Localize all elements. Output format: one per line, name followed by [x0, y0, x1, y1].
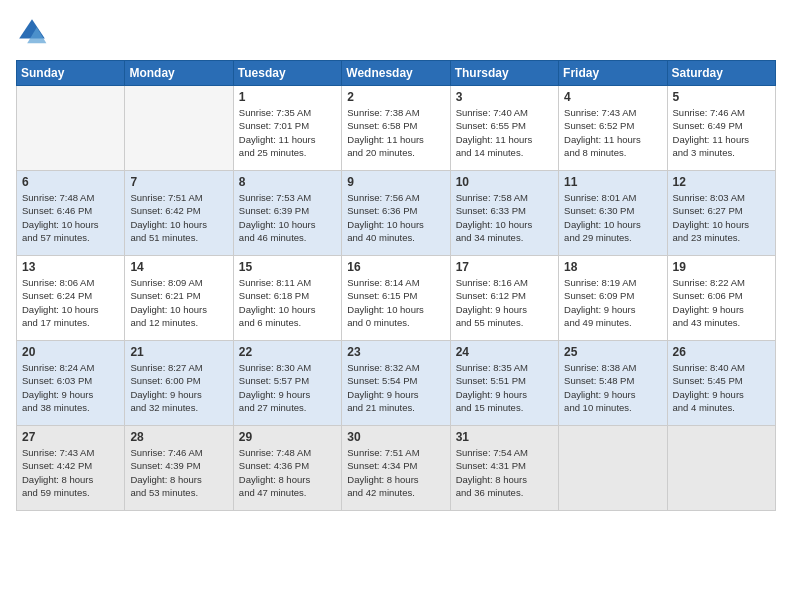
day-info: Sunrise: 7:40 AMSunset: 6:55 PMDaylight:… [456, 106, 553, 159]
day-info: Sunrise: 7:46 AMSunset: 6:49 PMDaylight:… [673, 106, 770, 159]
day-info: Sunrise: 7:58 AMSunset: 6:33 PMDaylight:… [456, 191, 553, 244]
calendar-cell: 4Sunrise: 7:43 AMSunset: 6:52 PMDaylight… [559, 86, 667, 171]
day-number: 29 [239, 430, 336, 444]
day-number: 2 [347, 90, 444, 104]
day-number: 31 [456, 430, 553, 444]
calendar-week-4: 20Sunrise: 8:24 AMSunset: 6:03 PMDayligh… [17, 341, 776, 426]
calendar-cell: 2Sunrise: 7:38 AMSunset: 6:58 PMDaylight… [342, 86, 450, 171]
day-header-tuesday: Tuesday [233, 61, 341, 86]
calendar-cell: 11Sunrise: 8:01 AMSunset: 6:30 PMDayligh… [559, 171, 667, 256]
day-info: Sunrise: 7:51 AMSunset: 6:42 PMDaylight:… [130, 191, 227, 244]
day-info: Sunrise: 7:35 AMSunset: 7:01 PMDaylight:… [239, 106, 336, 159]
day-number: 23 [347, 345, 444, 359]
day-info: Sunrise: 8:32 AMSunset: 5:54 PMDaylight:… [347, 361, 444, 414]
calendar-cell: 18Sunrise: 8:19 AMSunset: 6:09 PMDayligh… [559, 256, 667, 341]
day-number: 11 [564, 175, 661, 189]
day-header-thursday: Thursday [450, 61, 558, 86]
day-header-saturday: Saturday [667, 61, 775, 86]
day-number: 5 [673, 90, 770, 104]
calendar-cell [667, 426, 775, 511]
day-number: 4 [564, 90, 661, 104]
day-info: Sunrise: 7:43 AMSunset: 4:42 PMDaylight:… [22, 446, 119, 499]
calendar-week-2: 6Sunrise: 7:48 AMSunset: 6:46 PMDaylight… [17, 171, 776, 256]
day-number: 16 [347, 260, 444, 274]
calendar-cell: 24Sunrise: 8:35 AMSunset: 5:51 PMDayligh… [450, 341, 558, 426]
day-info: Sunrise: 7:51 AMSunset: 4:34 PMDaylight:… [347, 446, 444, 499]
calendar-cell: 3Sunrise: 7:40 AMSunset: 6:55 PMDaylight… [450, 86, 558, 171]
calendar-cell [125, 86, 233, 171]
day-number: 21 [130, 345, 227, 359]
calendar-cell: 26Sunrise: 8:40 AMSunset: 5:45 PMDayligh… [667, 341, 775, 426]
day-info: Sunrise: 7:38 AMSunset: 6:58 PMDaylight:… [347, 106, 444, 159]
day-info: Sunrise: 8:27 AMSunset: 6:00 PMDaylight:… [130, 361, 227, 414]
day-info: Sunrise: 8:09 AMSunset: 6:21 PMDaylight:… [130, 276, 227, 329]
calendar-cell: 13Sunrise: 8:06 AMSunset: 6:24 PMDayligh… [17, 256, 125, 341]
day-number: 12 [673, 175, 770, 189]
day-number: 10 [456, 175, 553, 189]
calendar-cell: 8Sunrise: 7:53 AMSunset: 6:39 PMDaylight… [233, 171, 341, 256]
day-number: 25 [564, 345, 661, 359]
calendar-cell: 7Sunrise: 7:51 AMSunset: 6:42 PMDaylight… [125, 171, 233, 256]
day-number: 17 [456, 260, 553, 274]
day-info: Sunrise: 7:46 AMSunset: 4:39 PMDaylight:… [130, 446, 227, 499]
day-number: 13 [22, 260, 119, 274]
calendar-cell: 20Sunrise: 8:24 AMSunset: 6:03 PMDayligh… [17, 341, 125, 426]
day-header-monday: Monday [125, 61, 233, 86]
day-info: Sunrise: 8:16 AMSunset: 6:12 PMDaylight:… [456, 276, 553, 329]
calendar-cell: 9Sunrise: 7:56 AMSunset: 6:36 PMDaylight… [342, 171, 450, 256]
day-info: Sunrise: 7:43 AMSunset: 6:52 PMDaylight:… [564, 106, 661, 159]
calendar-cell [17, 86, 125, 171]
day-info: Sunrise: 8:35 AMSunset: 5:51 PMDaylight:… [456, 361, 553, 414]
calendar-cell: 23Sunrise: 8:32 AMSunset: 5:54 PMDayligh… [342, 341, 450, 426]
day-info: Sunrise: 8:14 AMSunset: 6:15 PMDaylight:… [347, 276, 444, 329]
day-number: 15 [239, 260, 336, 274]
calendar-cell: 10Sunrise: 7:58 AMSunset: 6:33 PMDayligh… [450, 171, 558, 256]
day-info: Sunrise: 8:38 AMSunset: 5:48 PMDaylight:… [564, 361, 661, 414]
calendar-cell: 14Sunrise: 8:09 AMSunset: 6:21 PMDayligh… [125, 256, 233, 341]
day-info: Sunrise: 7:56 AMSunset: 6:36 PMDaylight:… [347, 191, 444, 244]
logo-icon [16, 16, 48, 48]
day-info: Sunrise: 8:30 AMSunset: 5:57 PMDaylight:… [239, 361, 336, 414]
day-number: 9 [347, 175, 444, 189]
day-number: 18 [564, 260, 661, 274]
calendar-cell: 21Sunrise: 8:27 AMSunset: 6:00 PMDayligh… [125, 341, 233, 426]
calendar-cell: 28Sunrise: 7:46 AMSunset: 4:39 PMDayligh… [125, 426, 233, 511]
logo [16, 16, 52, 48]
day-info: Sunrise: 8:06 AMSunset: 6:24 PMDaylight:… [22, 276, 119, 329]
day-number: 3 [456, 90, 553, 104]
day-info: Sunrise: 8:40 AMSunset: 5:45 PMDaylight:… [673, 361, 770, 414]
day-number: 19 [673, 260, 770, 274]
day-info: Sunrise: 8:01 AMSunset: 6:30 PMDaylight:… [564, 191, 661, 244]
day-number: 22 [239, 345, 336, 359]
day-number: 8 [239, 175, 336, 189]
calendar-table: SundayMondayTuesdayWednesdayThursdayFrid… [16, 60, 776, 511]
calendar-week-5: 27Sunrise: 7:43 AMSunset: 4:42 PMDayligh… [17, 426, 776, 511]
calendar-cell [559, 426, 667, 511]
day-info: Sunrise: 8:11 AMSunset: 6:18 PMDaylight:… [239, 276, 336, 329]
day-header-sunday: Sunday [17, 61, 125, 86]
day-info: Sunrise: 7:53 AMSunset: 6:39 PMDaylight:… [239, 191, 336, 244]
day-info: Sunrise: 8:22 AMSunset: 6:06 PMDaylight:… [673, 276, 770, 329]
calendar-cell: 25Sunrise: 8:38 AMSunset: 5:48 PMDayligh… [559, 341, 667, 426]
calendar-cell: 19Sunrise: 8:22 AMSunset: 6:06 PMDayligh… [667, 256, 775, 341]
calendar-cell: 17Sunrise: 8:16 AMSunset: 6:12 PMDayligh… [450, 256, 558, 341]
calendar-cell: 16Sunrise: 8:14 AMSunset: 6:15 PMDayligh… [342, 256, 450, 341]
day-number: 30 [347, 430, 444, 444]
day-info: Sunrise: 8:03 AMSunset: 6:27 PMDaylight:… [673, 191, 770, 244]
calendar-week-1: 1Sunrise: 7:35 AMSunset: 7:01 PMDaylight… [17, 86, 776, 171]
page-header [16, 16, 776, 48]
calendar-cell: 31Sunrise: 7:54 AMSunset: 4:31 PMDayligh… [450, 426, 558, 511]
day-number: 27 [22, 430, 119, 444]
day-info: Sunrise: 7:48 AMSunset: 4:36 PMDaylight:… [239, 446, 336, 499]
calendar-week-3: 13Sunrise: 8:06 AMSunset: 6:24 PMDayligh… [17, 256, 776, 341]
day-number: 1 [239, 90, 336, 104]
day-header-wednesday: Wednesday [342, 61, 450, 86]
day-number: 14 [130, 260, 227, 274]
day-header-friday: Friday [559, 61, 667, 86]
calendar-header-row: SundayMondayTuesdayWednesdayThursdayFrid… [17, 61, 776, 86]
day-number: 26 [673, 345, 770, 359]
day-info: Sunrise: 7:54 AMSunset: 4:31 PMDaylight:… [456, 446, 553, 499]
day-number: 20 [22, 345, 119, 359]
calendar-cell: 22Sunrise: 8:30 AMSunset: 5:57 PMDayligh… [233, 341, 341, 426]
day-info: Sunrise: 8:24 AMSunset: 6:03 PMDaylight:… [22, 361, 119, 414]
